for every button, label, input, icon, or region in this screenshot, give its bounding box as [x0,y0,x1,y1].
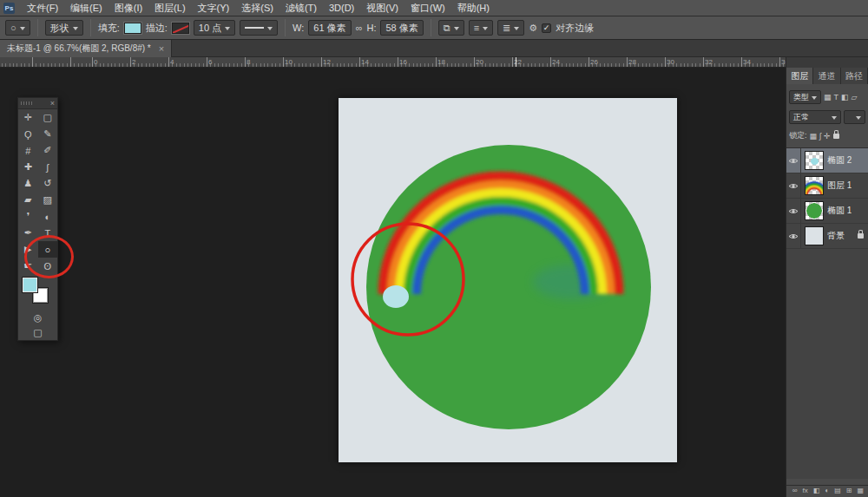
menu-filter[interactable]: 滤镜(T) [279,0,323,16]
gradient-tool[interactable]: ▨ [38,192,58,208]
tool-mode-value: 形状 [50,22,69,35]
history-brush-tool[interactable]: ↺ [38,175,58,192]
path-alignment-button[interactable]: ≡ [469,20,493,36]
photoshop-logo-icon: Ps [3,3,15,14]
adjustment-layer-icon[interactable]: ◐ [825,487,829,494]
tool-options-bar: ○ 形状 填充: 描边: 10 点 W: 61 像素 ∞ H: 58 像素 ⧉ … [0,16,868,40]
layer-mask-icon[interactable]: ◧ [813,487,820,494]
lock-all-icon[interactable] [833,134,839,139]
layer-row-layer-1[interactable]: 图层 1 [786,173,868,199]
visibility-toggle[interactable] [786,199,801,223]
layer-style-icon[interactable]: fx [803,487,808,494]
screen-mode-button[interactable]: ▢ [18,325,57,340]
close-tab-icon[interactable]: × [159,43,164,54]
layer-thumbnail[interactable] [805,176,824,195]
crop-tool[interactable]: # [18,142,38,159]
align-edges-checkbox[interactable]: ✓ [542,23,551,33]
eyedropper-tool[interactable]: ✐ [38,142,58,159]
move-tool-icon: ✛ [24,112,32,123]
type-layers-icon[interactable]: T [834,93,839,101]
menu-help[interactable]: 帮助(H) [451,0,496,16]
canvas-artwork[interactable] [339,98,677,462]
shape-height-input[interactable]: 58 像素 [380,20,423,36]
gear-icon[interactable]: ⚙ [529,23,537,34]
visibility-toggle[interactable] [786,224,801,248]
close-panel-icon[interactable]: × [50,99,55,108]
healing-brush-tool[interactable]: ✚ [18,159,38,175]
link-dimensions-icon[interactable]: ∞ [356,23,363,33]
ruler-label: 12 [323,58,331,66]
lock-position-icon[interactable]: ✛ [824,132,831,141]
document-tab[interactable]: 未标题-1 @ 66.7%(椭圆 2, RGB/8#) * × [0,40,172,57]
menu-file[interactable]: 文件(F) [21,0,64,16]
tools-panel-header[interactable]: × [18,98,57,109]
fill-color-swatch[interactable] [124,23,141,34]
layer-name: 椭圆 1 [827,205,852,217]
separator [431,19,431,36]
brush-tool[interactable]: ʃ [38,159,58,175]
menu-type[interactable]: 文字(Y) [192,0,236,16]
tools-panel: × ✛ ▢ Ϙ ✎ # ✐ ✚ ʃ ♟ ↺ ▰ ▨ ❜ ◐ ✒ T ▶ ○ ☛ … [17,97,58,341]
tool-preset-picker[interactable]: ○ [5,20,30,36]
ruler-label: 16 [399,58,407,66]
path-operations-button[interactable]: ⧉ [438,20,464,36]
move-tool[interactable]: ✛ [18,109,38,126]
tab-paths[interactable]: 路径 [841,68,868,84]
layer-row-ellipse-2[interactable]: 椭圆 2 [786,148,868,173]
new-layer-icon[interactable]: ⊞ [846,487,852,494]
eraser-tool[interactable]: ▰ [18,192,38,208]
menu-view[interactable]: 视图(V) [360,0,404,16]
shape-layers-icon[interactable]: ▱ [852,93,858,101]
layer-thumbnail[interactable] [805,201,824,220]
lock-transparency-icon[interactable]: ▦ [810,132,818,141]
layer-row-ellipse-1[interactable]: 椭圆 1 [786,199,868,224]
horizontal-ruler[interactable]: 0 2 4 6 8 10 12 14 16 18 20 22 24 26 28 … [0,57,786,68]
menu-edit[interactable]: 编辑(E) [64,0,108,16]
cyan-ellipse-shape [383,285,409,308]
stroke-width-select[interactable]: 10 点 [194,20,235,36]
canvas-workspace[interactable]: × ✛ ▢ Ϙ ✎ # ✐ ✚ ʃ ♟ ↺ ▰ ▨ ❜ ◐ ✒ T ▶ ○ ☛ … [0,68,786,497]
quick-mask-button[interactable]: ◎ [18,311,57,325]
dodge-tool[interactable]: ◐ [38,208,58,225]
ruler-label: 14 [361,58,369,66]
thumb-rainbow [806,177,823,194]
clone-stamp-tool[interactable]: ♟ [18,175,38,192]
delete-layer-icon[interactable]: ▦ [857,487,864,494]
shape-width-input[interactable]: 61 像素 [308,20,351,36]
layer-group-icon[interactable]: ▤ [834,487,841,494]
stroke-type-select[interactable] [240,20,278,36]
lock-image-icon[interactable]: ʃ [819,132,821,141]
menu-window[interactable]: 窗口(W) [404,0,451,16]
pixel-layers-icon[interactable]: ▦ [824,93,832,101]
color-swatches [18,274,57,311]
opacity-select[interactable] [844,110,865,124]
layer-kind-filter-select[interactable]: 类型 [789,90,821,104]
tab-layers[interactable]: 图层 [786,68,813,84]
stroke-color-swatch[interactable] [172,23,189,34]
lasso-tool[interactable]: Ϙ [18,126,38,142]
menu-image[interactable]: 图像(I) [108,0,148,16]
visibility-toggle[interactable] [786,148,801,173]
menu-layer[interactable]: 图层(L) [148,0,191,16]
menu-select[interactable]: 选择(S) [235,0,279,16]
stroke-style-preview [245,27,264,29]
rectangular-marquee-tool[interactable]: ▢ [38,109,58,126]
menu-3d[interactable]: 3D(D) [323,0,360,16]
blur-tool[interactable]: ❜ [18,208,38,225]
blend-mode-select[interactable]: 正常 [789,110,841,124]
crop-tool-icon: # [25,146,30,156]
thumb-cyan-ellipse [811,158,819,165]
path-arrangement-button[interactable]: ≣ [497,20,524,36]
document-canvas[interactable] [339,98,677,462]
visibility-toggle[interactable] [786,173,801,198]
adjustment-layers-icon[interactable]: ◧ [841,93,849,101]
tab-channels[interactable]: 通道 [813,68,840,84]
annotation-circle-toolbar [24,235,74,278]
link-layers-icon[interactable]: ∞ [792,487,798,494]
layer-thumbnail[interactable] [805,151,824,170]
foreground-color-swatch[interactable] [23,278,37,292]
tool-mode-select[interactable]: 形状 [45,20,83,36]
quick-selection-tool[interactable]: ✎ [38,126,58,142]
layer-thumbnail[interactable] [805,226,824,245]
layer-row-background[interactable]: 背景 [786,224,868,249]
